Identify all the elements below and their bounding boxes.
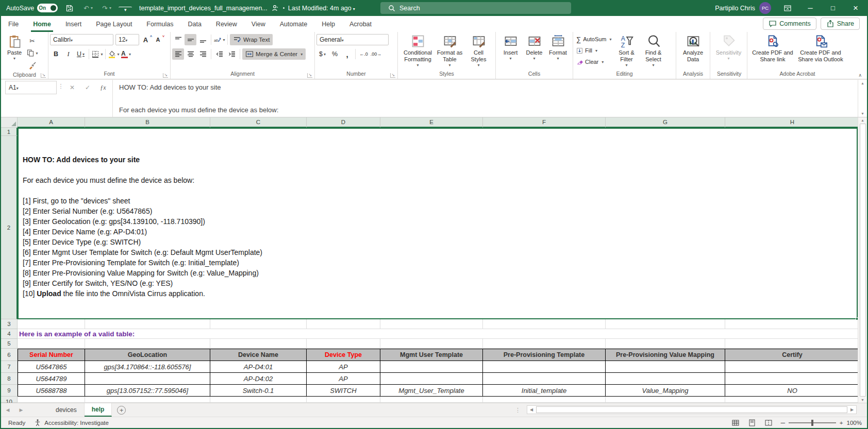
close-button[interactable]: × [844,0,867,16]
name-box[interactable]: A1 [5,81,57,94]
tab-help[interactable]: Help [314,16,342,32]
cell[interactable] [483,319,606,329]
document-title[interactable]: template_import_devices_full_managemen..… [139,5,268,12]
table-cell[interactable] [380,361,483,373]
table-cell[interactable] [725,373,858,385]
analyze-data-button[interactable]: Analyze Data [679,33,708,69]
top-align-button[interactable] [172,34,184,45]
column-header-a[interactable]: A [18,117,85,128]
sensitivity-button[interactable]: Sensitivity [713,33,745,69]
table-cell[interactable] [380,373,483,385]
enter-button[interactable]: ✓ [80,81,95,94]
table-cell[interactable] [725,361,858,373]
fill-handle[interactable] [856,317,858,320]
row-header-4[interactable]: 4 [1,329,18,339]
row-header-7[interactable]: 7 [1,361,18,373]
row-header-8[interactable]: 8 [1,373,18,385]
tab-acrobat[interactable]: Acrobat [342,16,379,32]
merge-center-button[interactable]: Merge & Center [242,48,306,60]
tab-formulas[interactable]: Formulas [139,16,180,32]
last-modified[interactable]: Last Modified: 4m ago [288,5,355,12]
sheet-tab-help[interactable]: help [85,403,112,417]
ribbon-display-options-button[interactable] [776,0,799,16]
cell-a1-merged[interactable]: HOW TO: Add devices to your site For eac… [18,128,858,319]
align-center-button[interactable] [185,48,196,60]
share-button[interactable]: Share [821,18,860,30]
sheet-tab-devices[interactable]: devices [48,403,85,417]
table-cell[interactable]: Switch-0.1 [210,385,307,397]
cell[interactable] [210,339,307,349]
table-cell[interactable]: AP [307,361,380,373]
tab-home[interactable]: Home [26,16,58,32]
table-cell[interactable]: Mgmt_User_Template [380,385,483,397]
table-cell[interactable]: Value_Mapping [606,385,725,397]
page-break-view-button[interactable] [764,419,776,427]
sort-filter-button[interactable]: Sort & Filter [613,33,640,69]
autosum-button[interactable]: ∑AutoSum [575,34,613,44]
table-header-pre-provisioning-value-mapping[interactable]: Pre-Provisioning Value Mapping [606,349,725,361]
column-header-f[interactable]: F [483,117,606,128]
table-cell[interactable] [606,361,725,373]
bold-button[interactable]: B [50,48,62,60]
tab-automate[interactable]: Automate [273,16,315,32]
table-cell[interactable] [606,373,725,385]
decrease-decimal-button[interactable]: .00→ [370,48,382,60]
table-header-certify[interactable]: Certify [725,349,858,361]
insert-cells-button[interactable]: Insert [499,33,523,69]
column-header-b[interactable]: B [85,117,210,128]
tab-data[interactable]: Data [180,16,208,32]
increase-indent-button[interactable] [226,48,238,60]
cell[interactable] [18,339,85,349]
formula-input[interactable]: HOW TO: Add devices to your site For eac… [115,80,858,117]
create-pdf-share-outlook-button[interactable]: Create PDF and Share via Outlook [796,33,845,69]
fill-button[interactable]: Fill [575,45,613,56]
table-cell[interactable] [483,361,606,373]
format-cells-button[interactable]: Format [546,33,570,69]
cell[interactable] [380,319,483,329]
row-header-2[interactable]: 2 [1,136,18,319]
font-name-combo[interactable]: Calibri [50,34,113,45]
zoom-in-button[interactable]: + [840,420,843,426]
cell[interactable] [380,339,483,349]
tab-view[interactable]: View [244,16,273,32]
tab-file[interactable]: File [1,16,26,32]
autosave-toggle[interactable]: AutoSave On [6,4,58,12]
collapse-ribbon-button[interactable]: ∧ [858,73,862,78]
align-left-button[interactable] [172,48,184,60]
column-header-e[interactable]: E [380,117,483,128]
cell[interactable] [606,339,725,349]
cell[interactable] [85,319,210,329]
table-cell[interactable]: AP-D4:02 [210,373,307,385]
decrease-font-size-button[interactable]: A˅ [152,34,164,45]
scrollbar-thumb[interactable] [536,406,847,413]
page-layout-view-button[interactable] [748,419,759,427]
table-header-geolocation[interactable]: GeoLocation [85,349,210,361]
create-pdf-share-link-button[interactable]: Create PDF and Share link [749,33,796,69]
decrease-indent-button[interactable] [213,48,225,60]
user-name[interactable]: Partipilo Chris [715,5,755,12]
underline-button[interactable]: U [75,48,87,60]
cell[interactable] [18,397,85,403]
conditional-formatting-button[interactable]: Conditional Formatting [402,33,435,69]
table-cell[interactable]: U5647865 [18,361,85,373]
format-painter-button[interactable] [26,60,38,71]
tab-page-layout[interactable]: Page Layout [89,16,139,32]
name-box-resize-handle[interactable]: ⋮ [57,80,65,117]
cell[interactable] [483,397,606,403]
zoom-slider[interactable] [789,422,836,423]
cell[interactable] [307,339,380,349]
zoom-out-button[interactable]: ─ [781,420,785,426]
tab-insert[interactable]: Insert [58,16,89,32]
people-icon[interactable] [271,4,279,12]
insert-function-button[interactable]: ƒx [96,81,110,94]
cell[interactable] [606,319,725,329]
bottom-align-button[interactable] [197,34,209,45]
increase-decimal-button[interactable]: ←.0 [358,48,370,60]
cell-a4-example-label[interactable]: Here is an example of a valid table: [18,329,858,339]
vertical-scrollbar[interactable]: ▲ ▼ [858,117,867,403]
table-cell[interactable]: U5688788 [18,385,85,397]
table-header-pre-provisioning-template[interactable]: Pre-Provisioning Template [483,349,606,361]
new-sheet-button[interactable]: + [117,406,126,415]
table-cell[interactable]: gps[34.170864::-118.605576] [85,361,210,373]
middle-align-button[interactable] [185,34,196,45]
